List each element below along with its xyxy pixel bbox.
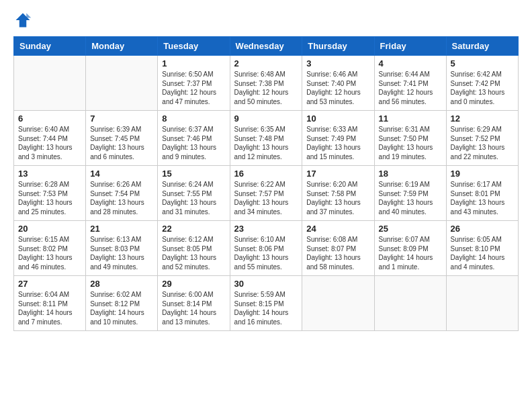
- calendar-cell: 8Sunrise: 6:37 AM Sunset: 7:46 PM Daylig…: [158, 111, 230, 166]
- calendar-cell: 9Sunrise: 6:35 AM Sunset: 7:48 PM Daylig…: [230, 111, 302, 166]
- calendar-cell: [374, 276, 446, 331]
- day-number: 10: [306, 113, 369, 124]
- calendar-cell: 4Sunrise: 6:44 AM Sunset: 7:41 PM Daylig…: [374, 56, 446, 111]
- calendar-cell: 26Sunrise: 6:05 AM Sunset: 8:10 PM Dayli…: [446, 221, 518, 276]
- logo: [13, 11, 35, 30]
- day-info: Sunrise: 6:44 AM Sunset: 7:41 PM Dayligh…: [379, 70, 442, 106]
- day-info: Sunrise: 6:33 AM Sunset: 7:49 PM Dayligh…: [306, 125, 369, 161]
- day-info: Sunrise: 6:07 AM Sunset: 8:09 PM Dayligh…: [379, 235, 442, 271]
- day-number: 4: [379, 58, 442, 68]
- day-number: 5: [451, 58, 514, 68]
- calendar-cell: 17Sunrise: 6:20 AM Sunset: 7:58 PM Dayli…: [302, 166, 374, 221]
- calendar-cell: 29Sunrise: 6:00 AM Sunset: 8:14 PM Dayli…: [158, 276, 230, 331]
- calendar-cell: 23Sunrise: 6:10 AM Sunset: 8:06 PM Dayli…: [230, 221, 302, 276]
- calendar-cell: 11Sunrise: 6:31 AM Sunset: 7:50 PM Dayli…: [374, 111, 446, 166]
- calendar-cell: 6Sunrise: 6:40 AM Sunset: 7:44 PM Daylig…: [14, 111, 86, 166]
- day-number: 29: [162, 279, 225, 289]
- week-row-1: 1Sunrise: 6:50 AM Sunset: 7:37 PM Daylig…: [14, 56, 519, 111]
- calendar-cell: 2Sunrise: 6:48 AM Sunset: 7:38 PM Daylig…: [230, 56, 302, 111]
- calendar-cell: 3Sunrise: 6:46 AM Sunset: 7:40 PM Daylig…: [302, 56, 374, 111]
- day-info: Sunrise: 6:08 AM Sunset: 8:07 PM Dayligh…: [306, 235, 369, 271]
- svg-marker-1: [26, 13, 31, 18]
- day-number: 14: [90, 169, 153, 179]
- day-info: Sunrise: 6:37 AM Sunset: 7:46 PM Dayligh…: [162, 125, 225, 161]
- calendar-cell: 24Sunrise: 6:08 AM Sunset: 8:07 PM Dayli…: [302, 221, 374, 276]
- day-info: Sunrise: 6:31 AM Sunset: 7:50 PM Dayligh…: [379, 125, 442, 161]
- day-info: Sunrise: 6:39 AM Sunset: 7:45 PM Dayligh…: [90, 125, 153, 161]
- calendar-cell: 16Sunrise: 6:22 AM Sunset: 7:57 PM Dayli…: [230, 166, 302, 221]
- day-info: Sunrise: 6:20 AM Sunset: 7:58 PM Dayligh…: [306, 180, 369, 216]
- calendar-cell: 18Sunrise: 6:19 AM Sunset: 7:59 PM Dayli…: [374, 166, 446, 221]
- day-info: Sunrise: 6:24 AM Sunset: 7:55 PM Dayligh…: [162, 180, 225, 216]
- calendar-cell: 27Sunrise: 6:04 AM Sunset: 8:11 PM Dayli…: [14, 276, 86, 331]
- day-info: Sunrise: 6:28 AM Sunset: 7:53 PM Dayligh…: [18, 180, 81, 216]
- day-number: 6: [18, 113, 81, 124]
- calendar-cell: 30Sunrise: 5:59 AM Sunset: 8:15 PM Dayli…: [230, 276, 302, 331]
- day-number: 20: [18, 224, 81, 234]
- calendar-cell: 25Sunrise: 6:07 AM Sunset: 8:09 PM Dayli…: [374, 221, 446, 276]
- calendar-cell: [14, 56, 86, 111]
- day-number: 27: [18, 279, 81, 289]
- calendar-cell: 12Sunrise: 6:29 AM Sunset: 7:52 PM Dayli…: [446, 111, 518, 166]
- calendar-cell: 5Sunrise: 6:42 AM Sunset: 7:42 PM Daylig…: [446, 56, 518, 111]
- calendar-cell: 28Sunrise: 6:02 AM Sunset: 8:12 PM Dayli…: [86, 276, 158, 331]
- col-header-sunday: Sunday: [14, 37, 86, 56]
- calendar-cell: [86, 56, 158, 111]
- calendar-cell: [446, 276, 518, 331]
- day-number: 18: [379, 169, 442, 179]
- day-number: 13: [18, 169, 81, 179]
- day-info: Sunrise: 6:46 AM Sunset: 7:40 PM Dayligh…: [306, 70, 369, 106]
- day-info: Sunrise: 6:13 AM Sunset: 8:03 PM Dayligh…: [90, 235, 153, 271]
- col-header-tuesday: Tuesday: [158, 37, 230, 56]
- day-number: 9: [234, 113, 298, 124]
- day-info: Sunrise: 6:04 AM Sunset: 8:11 PM Dayligh…: [18, 290, 81, 326]
- day-number: 19: [451, 169, 514, 179]
- day-number: 11: [379, 113, 442, 124]
- day-number: 7: [90, 113, 153, 124]
- day-number: 23: [234, 224, 298, 234]
- day-number: 15: [162, 169, 225, 179]
- day-number: 12: [451, 113, 514, 124]
- day-number: 30: [234, 279, 298, 289]
- calendar-cell: 7Sunrise: 6:39 AM Sunset: 7:45 PM Daylig…: [86, 111, 158, 166]
- calendar-cell: 14Sunrise: 6:26 AM Sunset: 7:54 PM Dayli…: [86, 166, 158, 221]
- col-header-friday: Friday: [374, 37, 446, 56]
- day-info: Sunrise: 6:48 AM Sunset: 7:38 PM Dayligh…: [234, 70, 298, 106]
- calendar-header-row: SundayMondayTuesdayWednesdayThursdayFrid…: [14, 37, 519, 56]
- day-info: Sunrise: 6:22 AM Sunset: 7:57 PM Dayligh…: [234, 180, 298, 216]
- day-number: 8: [162, 113, 225, 124]
- calendar-cell: 19Sunrise: 6:17 AM Sunset: 8:01 PM Dayli…: [446, 166, 518, 221]
- calendar-cell: 22Sunrise: 6:12 AM Sunset: 8:05 PM Dayli…: [158, 221, 230, 276]
- calendar-cell: 15Sunrise: 6:24 AM Sunset: 7:55 PM Dayli…: [158, 166, 230, 221]
- day-info: Sunrise: 5:59 AM Sunset: 8:15 PM Dayligh…: [234, 290, 298, 326]
- calendar-cell: [302, 276, 374, 331]
- calendar-cell: 10Sunrise: 6:33 AM Sunset: 7:49 PM Dayli…: [302, 111, 374, 166]
- day-info: Sunrise: 6:02 AM Sunset: 8:12 PM Dayligh…: [90, 290, 153, 326]
- calendar-cell: 13Sunrise: 6:28 AM Sunset: 7:53 PM Dayli…: [14, 166, 86, 221]
- calendar-cell: 1Sunrise: 6:50 AM Sunset: 7:37 PM Daylig…: [158, 56, 230, 111]
- week-row-3: 13Sunrise: 6:28 AM Sunset: 7:53 PM Dayli…: [14, 166, 519, 221]
- col-header-monday: Monday: [86, 37, 158, 56]
- day-info: Sunrise: 6:50 AM Sunset: 7:37 PM Dayligh…: [162, 70, 225, 106]
- day-number: 26: [451, 224, 514, 234]
- day-info: Sunrise: 6:26 AM Sunset: 7:54 PM Dayligh…: [90, 180, 153, 216]
- day-number: 24: [306, 224, 369, 234]
- day-info: Sunrise: 6:15 AM Sunset: 8:02 PM Dayligh…: [18, 235, 81, 271]
- day-info: Sunrise: 6:17 AM Sunset: 8:01 PM Dayligh…: [451, 180, 514, 216]
- day-number: 25: [379, 224, 442, 234]
- day-number: 28: [90, 279, 153, 289]
- day-info: Sunrise: 6:12 AM Sunset: 8:05 PM Dayligh…: [162, 235, 225, 271]
- day-number: 2: [234, 58, 298, 68]
- week-row-5: 27Sunrise: 6:04 AM Sunset: 8:11 PM Dayli…: [14, 276, 519, 331]
- day-number: 1: [162, 58, 225, 68]
- day-info: Sunrise: 6:40 AM Sunset: 7:44 PM Dayligh…: [18, 125, 81, 161]
- day-info: Sunrise: 6:00 AM Sunset: 8:14 PM Dayligh…: [162, 290, 225, 326]
- day-number: 21: [90, 224, 153, 234]
- calendar-cell: 20Sunrise: 6:15 AM Sunset: 8:02 PM Dayli…: [14, 221, 86, 276]
- day-info: Sunrise: 6:29 AM Sunset: 7:52 PM Dayligh…: [451, 125, 514, 161]
- col-header-thursday: Thursday: [302, 37, 374, 56]
- day-number: 3: [306, 58, 369, 68]
- col-header-saturday: Saturday: [446, 37, 518, 56]
- day-number: 22: [162, 224, 225, 234]
- day-info: Sunrise: 6:19 AM Sunset: 7:59 PM Dayligh…: [379, 180, 442, 216]
